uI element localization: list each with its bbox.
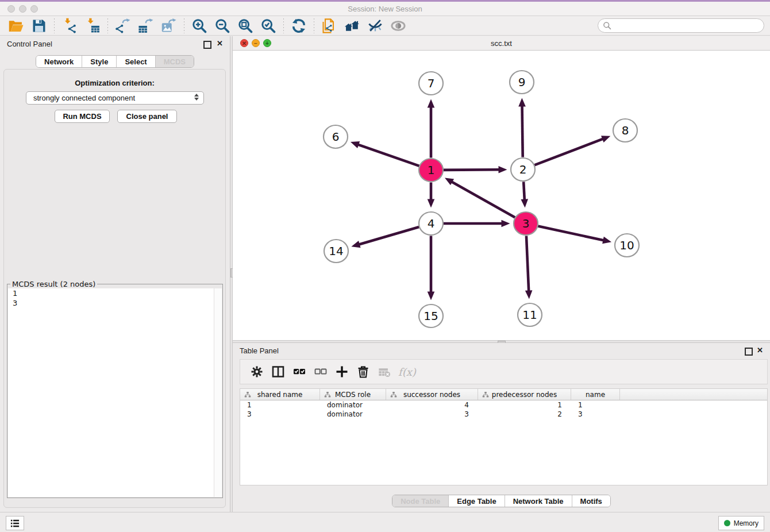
task-history-button[interactable]	[6, 516, 24, 530]
refresh-icon[interactable]	[290, 17, 307, 34]
edge-1-4[interactable]	[428, 183, 435, 208]
node-11[interactable]: 11	[518, 303, 542, 326]
tab-edge-table[interactable]: Edge Table	[449, 495, 505, 507]
zoom-in-icon[interactable]	[191, 17, 208, 34]
node-10[interactable]: 10	[615, 234, 639, 257]
tab-network[interactable]: Network	[36, 56, 82, 67]
add-row-icon[interactable]	[334, 364, 349, 379]
tab-motifs[interactable]: Motifs	[572, 495, 610, 507]
show-graphics-icon	[390, 17, 407, 34]
node-8[interactable]: 8	[613, 119, 637, 142]
export-image-icon[interactable]	[160, 17, 178, 34]
edge-1-7[interactable]	[428, 99, 435, 158]
deselect-all-icon[interactable]	[313, 364, 328, 379]
edge-4-14[interactable]	[351, 227, 419, 248]
search-input[interactable]	[614, 21, 759, 30]
search-icon	[603, 21, 611, 30]
optimization-criterion-select[interactable]: strongly connected component	[26, 91, 204, 105]
edge-4-15[interactable]	[428, 236, 435, 300]
table-panel-header: Table Panel ✕	[233, 343, 770, 358]
export-table-icon[interactable]	[137, 17, 155, 34]
edge-3-10[interactable]	[538, 226, 611, 244]
edge-3-1[interactable]	[445, 178, 515, 218]
open-file-icon[interactable]	[7, 17, 25, 34]
svg-text:3: 3	[522, 217, 530, 230]
select-all-icon[interactable]	[292, 364, 307, 379]
import-table-icon[interactable]	[84, 17, 101, 34]
status-bar: Memory	[0, 512, 770, 532]
toolbar-separator	[54, 18, 55, 33]
toggle-panel-icon[interactable]	[271, 364, 286, 379]
column-header-successor-nodes[interactable]: successor nodes	[386, 389, 478, 400]
edge-2-3[interactable]	[521, 182, 528, 207]
close-panel-button[interactable]: Close panel	[117, 110, 177, 123]
table-row[interactable]: 1dominator411	[240, 400, 767, 410]
node-15[interactable]: 15	[419, 304, 443, 327]
edge-1-6[interactable]	[351, 141, 419, 166]
mcds-result-line: 3	[8, 298, 222, 308]
tab-style[interactable]: Style	[82, 56, 117, 67]
close-panel-icon[interactable]: ✕	[757, 346, 763, 354]
node-3[interactable]: 3	[514, 212, 538, 235]
tab-network-table[interactable]: Network Table	[505, 495, 572, 507]
column-settings-icon[interactable]	[249, 364, 264, 379]
node-9[interactable]: 9	[510, 71, 534, 94]
edge-4-3[interactable]	[444, 220, 510, 228]
column-header-name[interactable]: name	[571, 389, 620, 400]
svg-text:11: 11	[522, 308, 537, 322]
delete-row-icon[interactable]	[356, 364, 371, 379]
optimization-criterion-label: Optimization criterion:	[4, 79, 225, 87]
table-row[interactable]: 3dominator323	[240, 410, 767, 419]
toolbar-separator	[283, 18, 284, 33]
clone-network-icon[interactable]	[321, 17, 338, 34]
mcds-result-line: 1	[8, 288, 222, 298]
node-4[interactable]: 4	[419, 212, 443, 235]
column-header-predecessor-nodes[interactable]: predecessor nodes	[478, 389, 571, 400]
table-cell: 3	[240, 410, 320, 419]
select-stepper-icon	[194, 94, 199, 101]
zoom-out-icon[interactable]	[214, 17, 231, 34]
edge-3-11[interactable]	[525, 236, 533, 299]
memory-button[interactable]: Memory	[718, 516, 764, 530]
tab-mcds[interactable]: MCDS	[156, 56, 194, 67]
zoom-fit-icon[interactable]	[237, 17, 254, 34]
toolbar-separator	[314, 18, 314, 33]
edge-2-8[interactable]	[534, 136, 610, 165]
network-window-title: scc.txt	[233, 39, 770, 48]
list-icon	[9, 518, 21, 529]
import-network-icon[interactable]	[61, 17, 78, 34]
close-panel-icon[interactable]: ✕	[217, 39, 223, 48]
mcds-result-textarea[interactable]: 13	[8, 288, 222, 497]
export-network-icon[interactable]	[114, 17, 132, 34]
node-7[interactable]: 7	[419, 72, 443, 95]
search-box[interactable]	[598, 18, 764, 33]
houses-icon[interactable]	[344, 17, 361, 34]
result-scrollbar[interactable]	[214, 288, 222, 497]
tab-select[interactable]: Select	[117, 56, 155, 67]
attribute-icon	[482, 391, 489, 400]
edge-2-9[interactable]	[518, 98, 526, 157]
tab-node-table[interactable]: Node Table	[392, 495, 449, 507]
network-canvas[interactable]: 7968124314101511	[233, 51, 770, 340]
node-6[interactable]: 6	[324, 125, 348, 148]
node-1[interactable]: 1	[419, 159, 443, 182]
table-cell: 2	[478, 410, 571, 419]
mcds-result-group: MCDS result (2 nodes) 13	[7, 280, 223, 498]
mcds-result-group-title: MCDS result (2 nodes)	[10, 280, 97, 288]
zoom-selected-icon[interactable]	[260, 17, 277, 34]
float-panel-icon[interactable]	[745, 348, 753, 356]
node-2[interactable]: 2	[511, 158, 535, 181]
column-header-MCDS-role[interactable]: MCDS role	[320, 389, 386, 400]
node-table: shared nameMCDS rolesuccessor nodesprede…	[240, 388, 768, 485]
control-panel-header: Control Panel ✕	[0, 36, 230, 51]
run-mcds-button[interactable]: Run MCDS	[55, 110, 110, 123]
hide-graphics-icon[interactable]	[367, 17, 384, 34]
float-panel-icon[interactable]	[203, 41, 211, 49]
save-session-icon[interactable]	[30, 17, 48, 34]
node-14[interactable]: 14	[324, 240, 348, 263]
column-header-shared-name[interactable]: shared name	[240, 389, 320, 400]
table-cell: 1	[571, 400, 620, 410]
svg-text:4: 4	[428, 217, 435, 230]
table-cell: dominator	[320, 410, 386, 419]
edge-1-2[interactable]	[443, 166, 507, 174]
